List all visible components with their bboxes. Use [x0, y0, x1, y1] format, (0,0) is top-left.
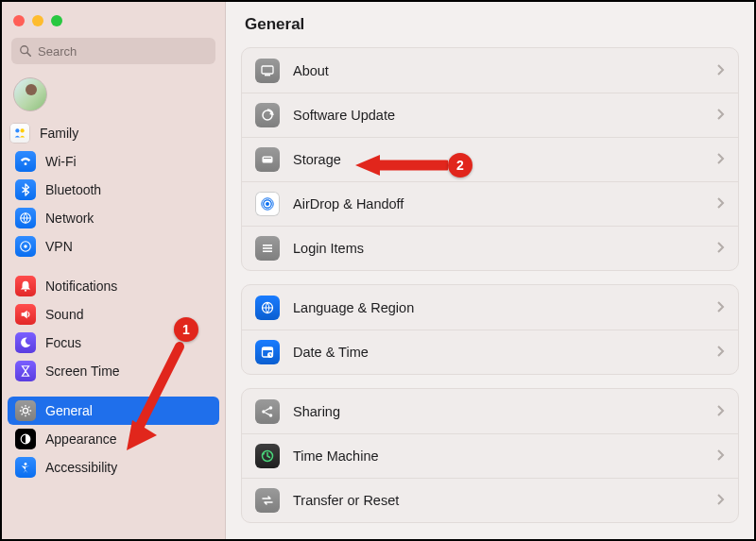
chevron-right-icon: [717, 108, 725, 123]
focus-icon: [15, 332, 36, 353]
annotation-badge-1: 1: [174, 317, 198, 342]
close-window-button[interactable]: [13, 15, 25, 26]
sidebar-item-label: Appearance: [45, 431, 117, 447]
sharing-icon: [255, 399, 280, 424]
chevron-right-icon: [717, 300, 725, 315]
update-icon: [255, 103, 280, 127]
chevron-right-icon: [717, 448, 725, 464]
chevron-right-icon: [717, 152, 725, 167]
sidebar-groups: Wi-Fi Bluetooth Network VPN: [2, 147, 225, 539]
row-label: Transfer or Reset: [293, 493, 704, 508]
settings-group-about: About Software Update Storage AirDrop & …: [241, 47, 739, 271]
sidebar-item-notifications[interactable]: Notifications: [8, 272, 219, 300]
sidebar-item-label: Focus: [45, 335, 81, 350]
row-label: Time Machine: [293, 448, 704, 464]
transfer-icon: [255, 488, 280, 513]
wifi-icon: [15, 151, 36, 172]
svg-rect-20: [263, 245, 272, 246]
page-title: General: [245, 15, 735, 34]
sidebar: Search Family Wi-Fi Bluetooth: [2, 2, 226, 539]
svg-point-4: [25, 162, 27, 165]
row-login-items[interactable]: Login Items: [242, 226, 738, 270]
svg-point-9: [23, 408, 27, 413]
svg-rect-16: [264, 158, 271, 159]
sidebar-item-label: Network: [45, 211, 94, 226]
timemachine-icon: [255, 444, 280, 468]
svg-rect-21: [263, 247, 272, 249]
family-icon: [9, 123, 30, 144]
svg-rect-15: [263, 157, 273, 163]
search-input[interactable]: Search: [11, 38, 215, 64]
sidebar-item-label: Wi-Fi: [45, 154, 77, 169]
sound-icon: [15, 304, 36, 325]
search-icon: [19, 44, 32, 58]
row-sharing[interactable]: Sharing: [242, 389, 738, 433]
row-label: Login Items: [293, 241, 704, 256]
main-panel: General About Software Update Storage Ai…: [226, 2, 754, 539]
window-controls: [2, 9, 225, 36]
annotation-arrow-1: [123, 339, 191, 452]
datetime-icon: [255, 340, 280, 364]
row-label: Date & Time: [293, 345, 704, 360]
row-label: Software Update: [293, 108, 704, 123]
appearance-icon: [15, 429, 36, 449]
svg-point-17: [266, 202, 269, 206]
svg-point-8: [25, 290, 26, 292]
row-software-update[interactable]: Software Update: [242, 93, 738, 137]
svg-point-7: [24, 245, 27, 248]
svg-rect-12: [262, 66, 273, 74]
sidebar-item-label: Sound: [45, 307, 83, 322]
family-label: Family: [40, 126, 78, 141]
maximize-window-button[interactable]: [51, 15, 62, 26]
hourglass-icon: [15, 361, 36, 381]
airdrop-icon: [255, 192, 280, 216]
accessibility-icon: [15, 457, 36, 478]
settings-group-locale: Language & Region Date & Time: [241, 284, 739, 375]
annotation-arrow-2: [353, 153, 448, 178]
row-time-machine[interactable]: Time Machine: [242, 433, 738, 478]
bluetooth-icon: [15, 179, 36, 200]
profile-row[interactable]: [2, 74, 225, 119]
storage-icon: [255, 147, 280, 172]
sidebar-item-label: Accessibility: [45, 460, 117, 475]
row-storage[interactable]: Storage: [242, 137, 738, 181]
chevron-right-icon: [717, 404, 725, 419]
sidebar-item-label: Notifications: [45, 279, 117, 294]
about-icon: [255, 59, 280, 83]
sidebar-item-vpn[interactable]: VPN: [8, 232, 219, 261]
annotation-badge-2: 2: [448, 153, 472, 178]
svg-rect-22: [263, 250, 272, 252]
chevron-right-icon: [717, 241, 725, 256]
sidebar-item-label: VPN: [45, 239, 73, 254]
bell-icon: [15, 276, 36, 296]
gear-icon: [15, 400, 36, 421]
minimize-window-button[interactable]: [32, 15, 43, 26]
vpn-icon: [15, 236, 36, 257]
sidebar-item-bluetooth[interactable]: Bluetooth: [8, 176, 219, 204]
svg-point-3: [21, 128, 25, 132]
sidebar-item-accessibility[interactable]: Accessibility: [8, 453, 219, 482]
sidebar-item-family[interactable]: Family: [2, 119, 225, 147]
row-airdrop-handoff[interactable]: AirDrop & Handoff: [242, 181, 738, 226]
row-transfer-reset[interactable]: Transfer or Reset: [242, 478, 738, 522]
sidebar-item-wifi[interactable]: Wi-Fi: [8, 147, 219, 176]
svg-point-11: [25, 463, 27, 465]
row-label: AirDrop & Handoff: [293, 196, 704, 211]
sidebar-item-network[interactable]: Network: [8, 204, 219, 232]
chevron-right-icon: [717, 493, 725, 508]
svg-point-27: [262, 410, 266, 414]
sidebar-item-label: Bluetooth: [45, 182, 101, 197]
row-language-region[interactable]: Language & Region: [242, 285, 738, 330]
chevron-right-icon: [717, 196, 725, 211]
login-items-icon: [255, 236, 280, 261]
avatar: [13, 77, 47, 111]
row-date-time[interactable]: Date & Time: [242, 330, 738, 374]
row-about[interactable]: About: [242, 48, 738, 93]
svg-point-2: [15, 128, 19, 132]
svg-rect-13: [265, 75, 270, 76]
sidebar-item-label: General: [45, 403, 93, 418]
svg-line-1: [27, 53, 31, 57]
row-label: Language & Region: [293, 300, 704, 315]
language-icon: [255, 296, 280, 320]
globe-icon: [15, 208, 36, 228]
